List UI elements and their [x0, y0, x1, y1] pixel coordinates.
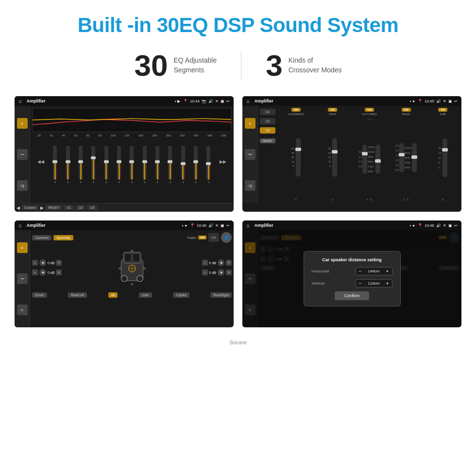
horizontal-minus[interactable]: − — [358, 269, 363, 274]
db-rl-plus[interactable]: + — [56, 270, 62, 275]
stat-eq: 30 EQ AdjustableSegments — [110, 51, 241, 81]
home-icon-1[interactable]: ⌂ — [18, 98, 22, 104]
reset-btn-cx[interactable]: RESET — [260, 138, 275, 143]
db-rr: − 0 dB ◈ + — [202, 269, 232, 276]
phat-v-slider[interactable] — [332, 138, 337, 177]
vertical-minus[interactable]: − — [358, 281, 363, 286]
eq-speaker-icon[interactable]: ◁) — [17, 180, 28, 191]
back-icon-4[interactable]: ↩ — [454, 223, 458, 228]
svg-point-7 — [136, 275, 143, 282]
rearright-btn-3[interactable]: RearRight — [210, 292, 232, 298]
db-rl-minus[interactable]: − — [32, 270, 38, 275]
u2-btn-cx[interactable]: U2 — [260, 118, 275, 124]
back-icon-1[interactable]: ↩ — [226, 99, 230, 103]
bass-f-labels: 3.02.52.01.51.00.5 — [395, 143, 399, 172]
user-btn-3[interactable]: User — [139, 292, 152, 298]
db-rr-minus[interactable]: − — [202, 270, 208, 275]
driver-btn-3[interactable]: Driver — [32, 292, 47, 298]
rearleft-btn-3[interactable]: RearLeft — [68, 292, 87, 298]
channel-loudness: ON LOUDNESS 644832160 G — [278, 108, 314, 201]
eq-slider-5: 0 — [117, 146, 121, 184]
stats-row: 30 EQ AdjustableSegments 3 Kinds ofCross… — [0, 42, 476, 91]
x-icon-1: ✕ — [215, 99, 219, 103]
eq-slider-1: 0 — [66, 146, 70, 184]
time-3: 10:46 — [197, 223, 206, 228]
dialog-box: Car speaker distance setting Horizontal … — [304, 251, 401, 306]
volume-icon-2: 🔊 — [436, 99, 441, 103]
cx-sliders-icon[interactable]: ≡ — [245, 118, 255, 129]
screen-icon-4: ▣ — [448, 223, 452, 228]
prev-arrow[interactable]: ◀ — [17, 205, 20, 210]
speaker-rl-icon: ◈ — [39, 269, 46, 276]
eq-sliders-icon[interactable]: ≡ — [17, 118, 28, 129]
back-icon-3[interactable]: ↩ — [226, 223, 230, 228]
cutfreq-f-labels: 3.82.11.30.5 — [358, 150, 362, 169]
u1-btn-cx[interactable]: U1 — [260, 109, 275, 115]
status-bar-1: ⌂ Amplifier ▪ ▶ 📍 10:44 📷 🔊 ✕ ▣ ↩ — [15, 96, 234, 106]
reset-btn-1[interactable]: RESET — [45, 205, 62, 210]
sub-v-slider[interactable] — [442, 138, 447, 177]
loudness-toggle[interactable]: ON — [291, 108, 301, 112]
back-icon-2[interactable]: ↩ — [454, 99, 458, 103]
copilot-btn-3[interactable]: Copilot — [173, 292, 189, 298]
home-icon-4[interactable]: ⌂ — [246, 222, 250, 228]
x-icon-2: ✕ — [443, 99, 446, 103]
loudness-labels: 644832160 — [291, 147, 294, 169]
db-fl-minus[interactable]: − — [32, 260, 38, 266]
home-icon-3[interactable]: ⌂ — [18, 222, 22, 228]
u2-btn-1[interactable]: U2 — [75, 205, 85, 210]
fs-wave-icon[interactable]: 〜 — [17, 273, 28, 284]
back-arrows-icon[interactable]: ▶▶ — [220, 159, 226, 164]
right-icons-1: 📍 10:44 📷 🔊 ✕ ▣ ↩ — [183, 99, 230, 103]
channel-sub: ON SUB 20151050 G — [425, 108, 460, 201]
db-fl-plus[interactable]: + — [56, 260, 62, 266]
screen1-content: ≡ 〜 ◁) 2532405063801 — [15, 106, 234, 203]
bass-v-slider[interactable] — [399, 143, 404, 172]
common-btn-3[interactable]: Common — [32, 235, 51, 240]
custom-btn[interactable]: Custom — [21, 205, 39, 210]
home-icon-2[interactable]: ⌂ — [246, 98, 250, 104]
status-bar-2: ⌂ Amplifier ▪ ● 📍 10:45 🔊 ✕ ▣ ↩ — [242, 96, 461, 106]
u-buttons-panel: U1 U2 U3 RESET — [258, 106, 277, 203]
cx-wave-icon[interactable]: 〜 — [245, 149, 255, 160]
db-fr-plus[interactable]: + — [226, 260, 232, 266]
svg-marker-11 — [130, 249, 134, 252]
speaker-fr-icon: ◈ — [218, 259, 224, 266]
fs-sliders-icon[interactable]: ≡ — [17, 242, 28, 253]
cutfreq-v-slider-f[interactable] — [362, 145, 367, 174]
horizontal-label: Horizontal — [312, 269, 341, 273]
loudness-v-slider[interactable] — [296, 138, 301, 177]
phat-name: PHAT — [329, 113, 337, 116]
cutfreq-v-slider-hz[interactable] — [375, 145, 380, 174]
u1-btn-1[interactable]: U1 — [64, 205, 74, 210]
next-arrow[interactable]: ▶ — [40, 205, 44, 210]
eq-slider-8: 0 — [155, 146, 159, 184]
confirm-button[interactable]: Confirm — [335, 291, 370, 300]
eq-wave-icon[interactable]: 〜 — [17, 149, 28, 160]
screen3-content: ≡ 〜 ⎋ Common Specialty Fader ON ≡≡ 👤 — [15, 230, 234, 327]
forward-icon[interactable]: ◀◀ — [37, 159, 44, 164]
u3-btn-cx[interactable]: U3 — [260, 127, 275, 134]
phat-toggle[interactable]: ON — [328, 108, 337, 112]
stat-crossover-number: 3 — [266, 51, 282, 81]
cutfreq-toggle[interactable]: ON — [365, 108, 374, 112]
eq-slider-9: 0 — [168, 146, 172, 184]
fader-main: Common Specialty Fader ON ≡≡ 👤 − — [30, 230, 234, 327]
db-rr-plus[interactable]: + — [226, 270, 232, 275]
db-fr-minus[interactable]: − — [202, 260, 208, 266]
horizontal-plus[interactable]: + — [385, 269, 390, 274]
eq-sidebar: ≡ 〜 ◁) — [15, 106, 30, 203]
bass-toggle[interactable]: ON — [402, 108, 411, 112]
fader-sidebar: ≡ 〜 ⎋ — [15, 230, 30, 327]
vertical-plus[interactable]: + — [385, 281, 390, 286]
u3-btn-1[interactable]: U3 — [87, 205, 97, 210]
bass-v-slider-hz[interactable] — [412, 143, 417, 172]
sub-toggle[interactable]: ON — [438, 108, 447, 112]
cx-speaker-icon[interactable]: ◁) — [245, 180, 255, 191]
fader-label-row: Fader ON ≡≡ — [187, 233, 219, 242]
cutfreq-name: CUT FREQ — [362, 113, 377, 116]
specialty-btn-3[interactable]: Specialty — [53, 235, 73, 240]
all-btn-3[interactable]: All — [108, 292, 118, 298]
fs-bt-icon[interactable]: ⎋ — [17, 304, 28, 315]
cutfreq-hz-labels: 120Hz100Hz90Hz80Hz70Hz60Hz — [368, 145, 374, 174]
